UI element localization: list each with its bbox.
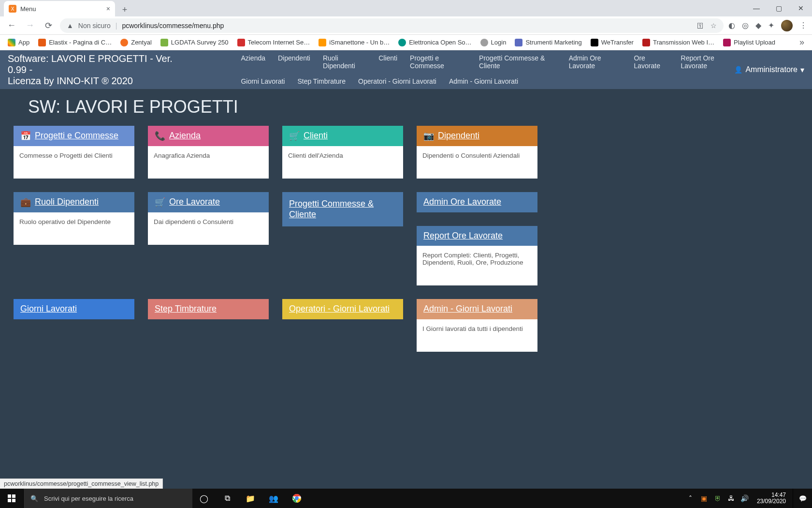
bookmark-icon	[398, 39, 406, 46]
window-minimize-button[interactable]: ―	[745, 0, 768, 16]
nav-reload-button[interactable]: ⟳	[42, 19, 55, 32]
chrome-menu-icon[interactable]: ⋮	[799, 21, 807, 30]
profile-avatar-icon[interactable]	[781, 20, 793, 31]
nav-step-timbrature[interactable]: Step Timbrature	[297, 77, 346, 85]
tray-app-icon[interactable]: ▣	[700, 494, 709, 502]
bookmarks-overflow-icon[interactable]: »	[799, 37, 804, 47]
nav-admin-giorni-lavorati[interactable]: Admin - Giorni Lavorati	[449, 77, 518, 85]
close-tab-icon[interactable]: ×	[106, 5, 110, 13]
bookmark-login[interactable]: Login	[480, 39, 507, 46]
cortana-icon[interactable]: ◯	[192, 489, 216, 508]
card-body: Anagrafica Azienda	[148, 146, 269, 179]
action-center-icon[interactable]: 💬	[793, 489, 812, 508]
card-header[interactable]: 💼 Ruoli Dipendenti	[14, 192, 134, 212]
bookmark-zentyal[interactable]: Zentyal	[120, 39, 152, 46]
bookmark-lgdata[interactable]: LGDATA Survey 250	[160, 39, 229, 46]
tray-volume-icon[interactable]: 🔊	[740, 494, 749, 502]
nav-dipendenti[interactable]: Dipendenti	[278, 54, 310, 70]
nav-ore-lavorate[interactable]: Ore Lavorate	[634, 54, 668, 70]
card-header[interactable]: Giorni Lavorati	[14, 299, 134, 319]
card-header[interactable]: Report Ore Lavorate	[417, 226, 537, 246]
taskbar-clock[interactable]: 14:47 23/09/2020	[754, 492, 789, 505]
extension-icon-3[interactable]: ◆	[755, 21, 761, 30]
nav-operatori-giorni-lavorati[interactable]: Operatori - Giorni Lavorati	[358, 77, 436, 85]
nav-admin-ore-lavorate[interactable]: Admin Ore Lavorate	[569, 54, 622, 70]
omnibox[interactable]: ▲ Non sicuro | pcworklinus/commesse/menu…	[60, 18, 724, 33]
card-title[interactable]: Ore Lavorate	[169, 197, 220, 208]
tab-title: Menu	[20, 5, 36, 13]
card-title[interactable]: Progetti Commesse & Cliente	[289, 199, 396, 220]
nav-ruoli-dipendenti[interactable]: Ruoli Dipendenti	[323, 54, 366, 70]
bookmark-wetransfer[interactable]: WeTransfer	[591, 39, 634, 46]
card-header[interactable]: Admin - Giorni Lavorati	[417, 299, 537, 319]
nav-clienti[interactable]: Clienti	[378, 54, 397, 70]
window-maximize-button[interactable]: ▢	[768, 0, 790, 16]
app-navbar: Software: LAVORI E PROGETTI - Ver. 0.99 …	[0, 50, 812, 89]
bookmark-strumenti[interactable]: Strumenti Marketing	[515, 39, 581, 46]
card-header[interactable]: Step Timbrature	[148, 299, 269, 319]
bookmark-star-icon[interactable]: ☆	[710, 22, 717, 30]
card-body: Ruolo operativo del Dipendente	[14, 212, 134, 245]
bookmark-apps[interactable]: App	[8, 39, 29, 46]
tray-security-icon[interactable]: ⛨	[713, 494, 722, 502]
card-title[interactable]: Report Ore Lavorate	[423, 231, 503, 241]
bookmark-telecom[interactable]: Telecom Internet Se…	[237, 39, 310, 46]
tray-network-icon[interactable]: 🖧	[727, 494, 736, 502]
not-secure-icon: ▲	[67, 22, 73, 30]
url-text: pcworklinus/commesse/menu.php	[122, 22, 224, 30]
card-header[interactable]: 📅 Progetti e Commesse	[14, 126, 134, 146]
card-title[interactable]: Giorni Lavorati	[20, 304, 77, 314]
file-explorer-icon[interactable]: 📁	[239, 489, 262, 508]
card-title[interactable]: Step Timbrature	[155, 304, 217, 314]
extension-icon-1[interactable]: ◐	[728, 21, 735, 30]
card-title[interactable]: Ruoli Dipendenti	[35, 197, 99, 208]
card-title[interactable]: Admin Ore Lavorate	[423, 197, 501, 208]
nav-progetti-commesse-cliente[interactable]: Progetti Commesse & Cliente	[479, 54, 556, 70]
extensions-puzzle-icon[interactable]: ✦	[768, 21, 774, 30]
bookmark-label: LGDATA Survey 250	[171, 39, 229, 46]
password-key-icon[interactable]: ⚿	[697, 22, 704, 30]
nav-back-button[interactable]: ←	[5, 19, 18, 32]
card-header[interactable]: Progetti Commesse & Cliente	[282, 192, 403, 226]
bookmark-ismanettone[interactable]: iSmanettone - Un b…	[319, 39, 390, 46]
card-title[interactable]: Operatori - Giorni Lavorati	[289, 304, 390, 314]
app-brand[interactable]: Software: LAVORI E PROGETTI - Ver. 0.99 …	[8, 50, 183, 89]
bookmark-elastix[interactable]: Elastix - Pagina di C…	[38, 39, 112, 46]
card-header[interactable]: 🛒 Clienti	[282, 126, 403, 146]
taskbar-search[interactable]: 🔍 Scrivi qui per eseguire la ricerca	[23, 489, 192, 508]
card-header[interactable]: 📷 Dipendenti	[417, 126, 537, 146]
card-title[interactable]: Clienti	[304, 131, 328, 141]
bookmark-elettronica[interactable]: Elettronica Open So…	[398, 39, 471, 46]
nav-report-ore-lavorate[interactable]: Report Ore Lavorate	[681, 54, 735, 70]
card-header[interactable]: Operatori - Giorni Lavorati	[282, 299, 403, 319]
card-header[interactable]: 📞 Azienda	[148, 126, 269, 146]
browser-tab-active[interactable]: X Menu ×	[4, 1, 115, 16]
card-body: Dipendenti o Consulenti Aziendali	[417, 146, 537, 179]
card-giorni-lavorati: Giorni Lavorati	[14, 299, 134, 319]
bookmark-label: App	[18, 39, 29, 46]
window-close-button[interactable]: ✕	[790, 0, 812, 16]
card-title[interactable]: Progetti e Commesse	[35, 131, 118, 141]
card-title[interactable]: Admin - Giorni Lavorati	[423, 304, 512, 314]
nav-progetti-commesse[interactable]: Progetti e Commesse	[410, 54, 466, 70]
chrome-icon[interactable]	[285, 489, 308, 508]
card-header[interactable]: Admin Ore Lavorate	[417, 192, 537, 212]
card-title[interactable]: Dipendenti	[438, 131, 479, 141]
nav-forward-button[interactable]: →	[23, 19, 37, 32]
user-menu[interactable]: 👤 Amministratore ▾	[734, 50, 804, 89]
new-tab-button[interactable]: +	[118, 3, 131, 16]
card-header[interactable]: 🛒 Ore Lavorate	[148, 192, 269, 212]
camera-icon: 📷	[423, 131, 432, 141]
bookmark-playlist[interactable]: Playlist Upload	[723, 39, 775, 46]
nav-giorni-lavorati[interactable]: Giorni Lavorati	[241, 77, 285, 85]
card-title[interactable]: Azienda	[169, 131, 201, 141]
tray-chevron-up-icon[interactable]: ˄	[686, 494, 695, 502]
extension-icon-2[interactable]: ◎	[742, 21, 749, 30]
bookmark-transmission[interactable]: Transmission Web I…	[642, 39, 714, 46]
card-admin-ore-lavorate: Admin Ore Lavorate	[417, 192, 537, 212]
nav-azienda[interactable]: Azienda	[241, 54, 265, 70]
start-button[interactable]	[0, 489, 23, 508]
teams-icon[interactable]: 👥	[262, 489, 285, 508]
task-view-icon[interactable]: ⧉	[216, 489, 239, 508]
bookmark-icon	[723, 39, 731, 46]
